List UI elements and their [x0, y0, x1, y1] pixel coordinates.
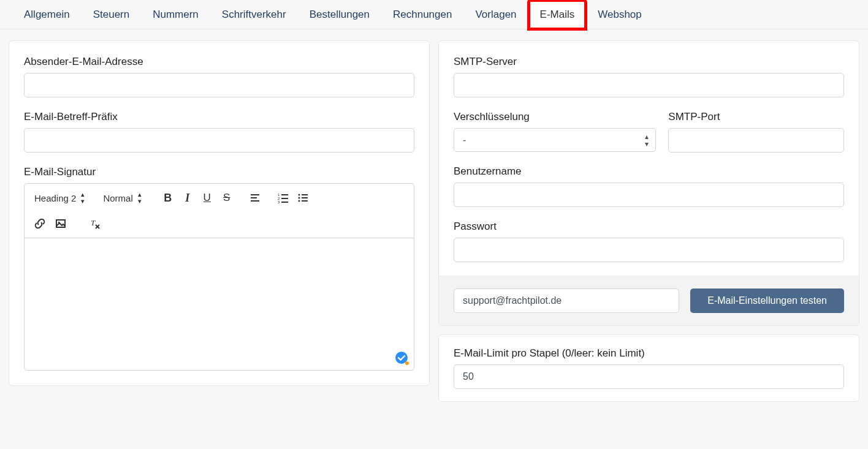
smtp-server-input[interactable] [454, 73, 844, 97]
bullet-list-icon[interactable] [294, 189, 312, 207]
smtp-card: SMTP-Server Verschlüsselung - ▴▾ SMTP-Po… [438, 40, 859, 326]
limit-card: E-Mail-Limit pro Stapel (0/leer: kein Li… [438, 334, 859, 402]
font-style-label: Normal [103, 193, 132, 203]
signature-textarea[interactable] [25, 238, 414, 370]
tabs-nav: Allgemein Steuern Nummern Schriftverkehr… [0, 0, 868, 29]
email-limit-label: E-Mail-Limit pro Stapel (0/leer: kein Li… [454, 347, 844, 360]
svg-point-13 [298, 200, 300, 202]
smtp-port-input[interactable] [668, 128, 844, 153]
username-input[interactable] [454, 183, 844, 207]
tab-schriftverkehr[interactable]: Schriftverkehr [210, 0, 298, 29]
tab-steuern[interactable]: Steuern [82, 0, 142, 29]
chevron-updown-icon: ▴▾ [81, 191, 85, 205]
bold-icon[interactable]: B [159, 189, 177, 207]
link-icon[interactable] [31, 214, 49, 233]
editor-toolbar: Heading 2 ▴▾ Normal ▴▾ B I U S [25, 184, 414, 238]
tab-allgemein[interactable]: Allgemein [12, 0, 82, 29]
grammar-check-icon[interactable] [395, 352, 409, 365]
tab-rechnungen[interactable]: Rechnungen [381, 0, 463, 29]
heading-select[interactable]: Heading 2 ▴▾ [31, 189, 88, 207]
svg-text:T: T [91, 218, 96, 227]
smtp-port-label: SMTP-Port [668, 111, 844, 123]
test-settings-button[interactable]: E-Mail-Einstellungen testen [690, 289, 844, 313]
subject-prefix-input[interactable] [24, 128, 414, 153]
svg-point-9 [298, 194, 300, 196]
heading-select-label: Heading 2 [34, 193, 76, 203]
svg-point-11 [298, 197, 300, 199]
tab-bestellungen[interactable]: Bestellungen [298, 0, 381, 29]
email-limit-input[interactable] [454, 364, 844, 389]
strikethrough-icon[interactable]: S [218, 189, 236, 207]
font-style-select[interactable]: Normal ▴▾ [99, 189, 145, 207]
ordered-list-icon[interactable]: 123 [274, 189, 292, 207]
sender-card: Absender-E-Mail-Adresse E-Mail-Betreff-P… [9, 40, 430, 386]
encryption-select[interactable]: - [454, 128, 656, 152]
signature-label: E-Mail-Signatur [24, 166, 414, 178]
sender-email-label: Absender-E-Mail-Adresse [24, 56, 414, 68]
smtp-server-label: SMTP-Server [454, 56, 844, 68]
test-row: E-Mail-Einstellungen testen [439, 276, 859, 325]
tab-vorlagen[interactable]: Vorlagen [463, 0, 528, 29]
italic-icon[interactable]: I [178, 189, 197, 207]
image-icon[interactable] [51, 214, 70, 233]
signature-editor: Heading 2 ▴▾ Normal ▴▾ B I U S [24, 183, 414, 371]
username-label: Benutzername [454, 165, 844, 178]
tab-emails[interactable]: E-Mails [528, 0, 587, 29]
test-email-input[interactable] [454, 289, 679, 313]
sender-email-input[interactable] [24, 73, 414, 97]
tab-webshop[interactable]: Webshop [586, 0, 653, 29]
chevron-updown-icon: ▴▾ [138, 191, 142, 205]
clear-format-icon[interactable]: T [86, 214, 104, 233]
underline-icon[interactable]: U [198, 189, 216, 207]
svg-point-21 [405, 361, 409, 365]
subject-prefix-label: E-Mail-Betreff-Präfix [24, 111, 414, 123]
tab-nummern[interactable]: Nummern [141, 0, 210, 29]
password-input[interactable] [454, 238, 844, 262]
password-label: Passwort [454, 221, 844, 233]
encryption-label: Verschlüsselung [454, 111, 656, 123]
align-icon[interactable] [246, 189, 264, 207]
svg-text:3: 3 [278, 200, 280, 203]
